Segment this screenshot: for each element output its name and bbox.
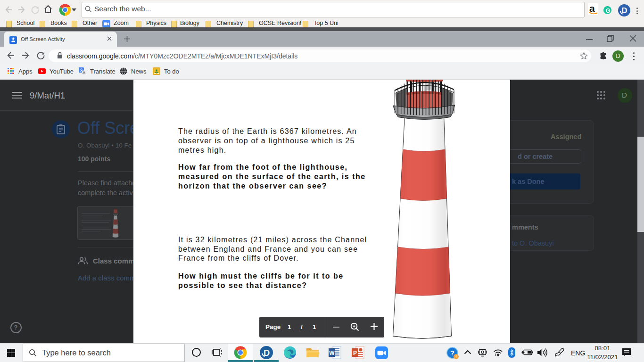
svg-text:W: W — [329, 350, 335, 356]
svg-text:P: P — [353, 350, 357, 356]
